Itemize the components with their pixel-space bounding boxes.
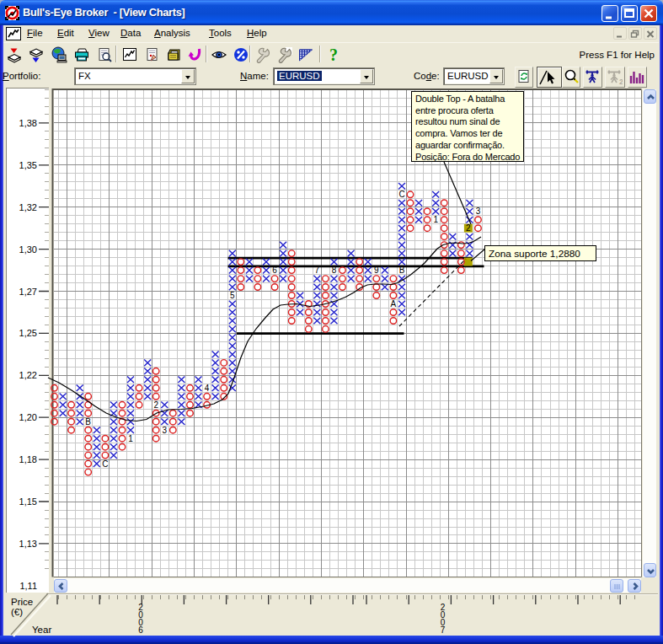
svg-text:B: B — [399, 266, 405, 275]
svg-text:3: 3 — [476, 207, 481, 216]
svg-text:1: 1 — [433, 215, 438, 224]
svg-text:1,27: 1,27 — [19, 287, 37, 297]
svg-text:1,20: 1,20 — [19, 412, 37, 422]
svg-text:1,30: 1,30 — [19, 244, 37, 255]
svg-text:1,32: 1,32 — [19, 202, 37, 212]
svg-text:9: 9 — [374, 266, 379, 275]
svg-text:2: 2 — [153, 400, 158, 410]
svg-text:6: 6 — [272, 266, 277, 275]
svg-text:8: 8 — [332, 266, 337, 275]
svg-text:Year: Year — [32, 625, 51, 635]
svg-text:1: 1 — [128, 434, 133, 443]
svg-text:1,35: 1,35 — [19, 160, 37, 170]
svg-text:2: 2 — [466, 223, 471, 233]
svg-text:7: 7 — [441, 625, 446, 635]
svg-text:(€): (€) — [11, 607, 23, 617]
svg-text:1,11: 1,11 — [19, 581, 37, 591]
svg-text:4: 4 — [205, 384, 210, 393]
svg-text:C: C — [398, 190, 404, 199]
svg-text:3: 3 — [163, 426, 168, 435]
svg-text:1,18: 1,18 — [19, 454, 37, 464]
svg-text:1,22: 1,22 — [19, 370, 37, 380]
svg-text:1,13: 1,13 — [19, 539, 37, 549]
svg-text:1,15: 1,15 — [19, 496, 37, 507]
svg-text:1,25: 1,25 — [19, 328, 37, 338]
svg-text:A: A — [391, 299, 397, 309]
svg-text:1,38: 1,38 — [19, 118, 37, 128]
svg-text:C: C — [102, 459, 108, 469]
svg-text:Price: Price — [11, 597, 33, 607]
svg-text:7: 7 — [315, 266, 320, 275]
svg-text:6: 6 — [138, 625, 143, 635]
svg-text:5: 5 — [230, 291, 235, 300]
svg-text:B: B — [85, 417, 91, 427]
